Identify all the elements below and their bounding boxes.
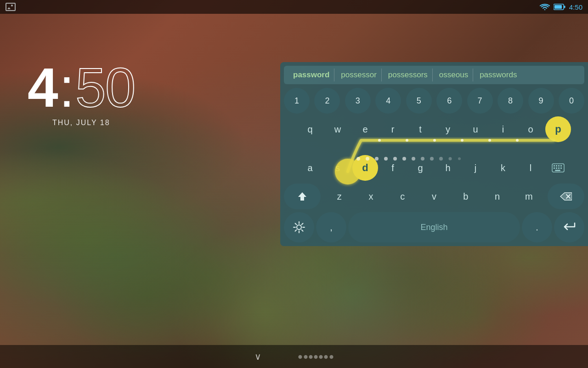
key-0[interactable]: 0 bbox=[559, 88, 584, 114]
svg-rect-5 bbox=[556, 165, 557, 167]
key-x[interactable]: x bbox=[358, 184, 384, 209]
clock-date: THU, JULY 18 bbox=[28, 119, 135, 127]
key-i[interactable]: i bbox=[490, 116, 516, 142]
clock-minutes: 50 bbox=[75, 60, 135, 115]
svg-marker-13 bbox=[298, 192, 306, 201]
key-e[interactable]: e bbox=[352, 116, 378, 142]
key-s[interactable]: s bbox=[325, 155, 351, 181]
keyboard-container: password possessor possessors osseous pa… bbox=[280, 62, 588, 246]
key-6[interactable]: 6 bbox=[436, 88, 462, 114]
key-h[interactable]: h bbox=[435, 155, 461, 181]
suggestions-row: password possessor possessors osseous pa… bbox=[284, 66, 584, 84]
shift-button[interactable] bbox=[284, 184, 321, 209]
key-n[interactable]: n bbox=[485, 184, 510, 209]
keyboard-row3: z x c v b n m bbox=[284, 184, 584, 209]
settings-button[interactable] bbox=[284, 212, 314, 242]
key-9[interactable]: 9 bbox=[528, 88, 554, 114]
nav-bar: ∨ ⬤ ⬤ ⬤ ⬤ ⬤ ⬤ ⬤ bbox=[0, 345, 588, 368]
svg-rect-6 bbox=[558, 165, 560, 167]
svg-rect-2 bbox=[564, 6, 565, 8]
nav-chevron[interactable]: ∨ bbox=[254, 351, 261, 362]
spacebar-row: , English . bbox=[284, 212, 584, 242]
comma-button[interactable]: , bbox=[316, 212, 346, 242]
key-m[interactable]: m bbox=[516, 184, 542, 209]
password-indicator-row bbox=[284, 145, 584, 154]
key-l[interactable]: l bbox=[518, 155, 543, 181]
status-bar: 4:50 bbox=[0, 0, 588, 14]
key-f[interactable]: f bbox=[380, 155, 406, 181]
svg-rect-8 bbox=[554, 167, 555, 169]
battery-icon bbox=[554, 4, 565, 10]
key-a[interactable]: a bbox=[297, 155, 323, 181]
key-o[interactable]: o bbox=[518, 116, 543, 142]
key-d[interactable]: d bbox=[352, 155, 378, 181]
key-c[interactable]: c bbox=[390, 184, 415, 209]
suggestion-password[interactable]: password bbox=[288, 69, 334, 81]
key-2[interactable]: 2 bbox=[314, 88, 340, 114]
svg-rect-10 bbox=[558, 167, 560, 169]
key-5[interactable]: 5 bbox=[406, 88, 432, 114]
key-t[interactable]: t bbox=[407, 116, 433, 142]
status-left bbox=[6, 3, 16, 11]
delete-button[interactable] bbox=[548, 184, 584, 209]
svg-rect-7 bbox=[560, 165, 562, 167]
key-4[interactable]: 4 bbox=[375, 88, 401, 114]
key-j[interactable]: j bbox=[463, 155, 488, 181]
key-k[interactable]: k bbox=[490, 155, 516, 181]
status-time: 4:50 bbox=[569, 3, 582, 11]
svg-rect-11 bbox=[560, 167, 562, 169]
key-g[interactable]: g bbox=[407, 155, 433, 181]
keyboard-mode-icon[interactable] bbox=[545, 155, 571, 181]
svg-rect-9 bbox=[556, 167, 557, 169]
keyboard-row1: q w e r t y u i o p bbox=[284, 116, 584, 142]
key-b[interactable]: b bbox=[453, 184, 479, 209]
suggestion-possessors[interactable]: possessors bbox=[384, 69, 433, 81]
gallery-icon bbox=[6, 3, 16, 11]
suggestion-osseous[interactable]: osseous bbox=[435, 69, 473, 81]
svg-point-16 bbox=[297, 225, 301, 230]
clock-colon: : bbox=[59, 60, 74, 115]
key-8[interactable]: 8 bbox=[498, 88, 523, 114]
suggestion-possessor[interactable]: possessor bbox=[336, 69, 381, 81]
svg-rect-4 bbox=[554, 165, 555, 167]
suggestion-passwords[interactable]: passwords bbox=[475, 69, 521, 81]
svg-rect-12 bbox=[555, 170, 560, 171]
status-right: 4:50 bbox=[540, 3, 582, 11]
wifi-icon bbox=[540, 3, 550, 11]
key-r[interactable]: r bbox=[380, 116, 406, 142]
key-1[interactable]: 1 bbox=[284, 88, 310, 114]
number-row: 1 2 3 4 5 6 7 8 9 0 bbox=[284, 88, 584, 114]
key-7[interactable]: 7 bbox=[467, 88, 493, 114]
key-y[interactable]: y bbox=[435, 116, 461, 142]
key-w[interactable]: w bbox=[325, 116, 351, 142]
clock-hours: 4 bbox=[28, 60, 57, 115]
enter-button[interactable] bbox=[554, 212, 584, 242]
period-button[interactable]: . bbox=[522, 212, 552, 242]
keyboard-row2: a s d f g h j k l bbox=[284, 155, 584, 181]
key-q[interactable]: q bbox=[297, 116, 323, 142]
key-z[interactable]: z bbox=[327, 184, 352, 209]
clock-display: 4 : 50 bbox=[28, 60, 135, 115]
svg-rect-1 bbox=[554, 5, 562, 9]
key-u[interactable]: u bbox=[463, 116, 488, 142]
clock-area: 4 : 50 THU, JULY 18 bbox=[28, 60, 135, 127]
spacebar-button[interactable]: English bbox=[348, 212, 520, 242]
key-v[interactable]: v bbox=[421, 184, 447, 209]
key-3[interactable]: 3 bbox=[345, 88, 371, 114]
key-p[interactable]: p bbox=[545, 116, 571, 142]
